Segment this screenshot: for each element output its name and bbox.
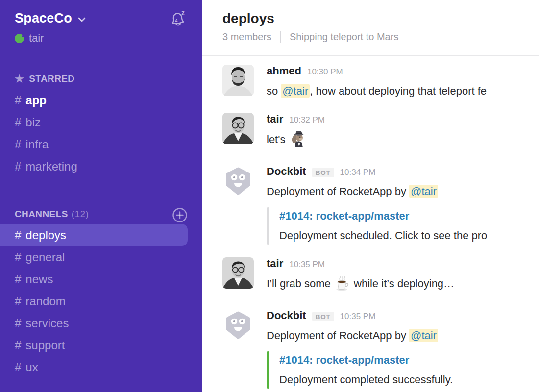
mention-tair[interactable]: @tair — [409, 329, 438, 342]
star-icon: ★ — [15, 73, 24, 85]
bot-badge: BOT — [312, 312, 334, 321]
channel-list: #deploys #general #news #random #service… — [0, 224, 202, 378]
message-timestamp[interactable]: 10:34 PM — [340, 168, 376, 177]
channel-hash: # — [15, 361, 21, 374]
deployment-attachment-completed: #1014: rocket-app/master Deployment comp… — [267, 351, 453, 389]
avatar-tair[interactable] — [222, 257, 254, 289]
page-title: deploys — [222, 11, 539, 26]
svg-text:z: z — [175, 17, 178, 23]
channel-hash: # — [15, 272, 21, 286]
deployment-attachment-scheduled: #1014: rocket-app/master Deployment sche… — [267, 207, 487, 245]
message-timestamp[interactable]: 10:35 PM — [289, 260, 325, 270]
workspace-name[interactable]: SpaceCo — [15, 11, 72, 26]
svg-text:z: z — [181, 9, 185, 17]
message-text: I’ll grab some while it’s deploying… — [267, 275, 454, 296]
sidebar-item-biz[interactable]: #biz — [0, 111, 202, 133]
message-content: tair 10:32 PM let's — [267, 113, 325, 152]
channel-hash: # — [15, 160, 21, 173]
channel-hash: # — [15, 339, 21, 352]
current-user-name: tair — [29, 32, 44, 45]
sidebar-item-app[interactable]: #app — [0, 89, 202, 111]
sidebar-item-support[interactable]: #support — [0, 334, 202, 356]
message-content: ahmed 10:30 PM so @tair, how about deplo… — [267, 65, 487, 100]
attachment-bar — [267, 207, 270, 245]
message-timestamp[interactable]: 10:32 PM — [289, 115, 325, 125]
main-content: deploys 3 members Shipping teleport to M… — [202, 0, 539, 392]
message-timestamp[interactable]: 10:35 PM — [340, 312, 376, 321]
starred-section-header: ★ STARRED — [0, 73, 202, 85]
message-username[interactable]: ahmed — [267, 65, 301, 77]
channel-hash: # — [15, 294, 21, 308]
message-tair-1032: tair 10:32 PM let's — [222, 113, 539, 152]
channel-hash: # — [15, 250, 21, 264]
channel-hash: # — [15, 317, 21, 330]
message-dockbit-1035: Dockbit BOT 10:35 PM Deployment of Rocke… — [222, 309, 539, 389]
coffee-emoji — [335, 276, 350, 296]
deployment-status-text: Deployment scheduled. Click to see the p… — [279, 227, 487, 245]
message-text: Deployment of RocketApp by @tair — [267, 327, 453, 344]
avatar-dockbit-bot[interactable] — [222, 165, 254, 196]
chevron-down-icon — [78, 16, 86, 24]
message-content: tair 10:35 PM I’ll grab some while it’s … — [267, 257, 454, 296]
message-username[interactable]: tair — [267, 257, 283, 270]
channels-section-header: CHANNELS (12) — [0, 209, 202, 220]
message-content: Dockbit BOT 10:35 PM Deployment of Rocke… — [267, 309, 453, 389]
avatar-ahmed[interactable] — [222, 65, 254, 96]
deployment-status-text: Deployment completed successfully. — [279, 371, 453, 389]
starred-title: STARRED — [29, 74, 74, 84]
avatar-tair[interactable] — [222, 113, 254, 144]
message-list: ahmed 10:30 PM so @tair, how about deplo… — [202, 56, 539, 389]
message-timestamp[interactable]: 10:30 PM — [307, 67, 343, 77]
message-username[interactable]: Dockbit — [267, 165, 306, 178]
bot-badge: BOT — [312, 168, 334, 177]
avatar-dockbit-bot[interactable] — [222, 309, 254, 341]
message-text: let's — [267, 130, 325, 152]
sidebar-item-marketing[interactable]: #marketing — [0, 155, 202, 177]
slack-app: SpaceCo z z tair ★ STARRED — [0, 0, 539, 392]
message-text: Deployment of RocketApp by @tair — [267, 183, 487, 200]
message-content: Dockbit BOT 10:34 PM Deployment of Rocke… — [267, 165, 487, 245]
deployment-link[interactable]: #1014: rocket-app/master — [279, 207, 487, 225]
sidebar-item-deploys[interactable]: #deploys — [0, 224, 188, 246]
message-text: so @tair, how about deploying that telep… — [267, 82, 487, 100]
mention-tair[interactable]: @tair — [281, 84, 310, 98]
sidebar-item-services[interactable]: #services — [0, 312, 202, 334]
attachment-bar — [267, 351, 270, 389]
deployment-link[interactable]: #1014: rocket-app/master — [279, 351, 453, 369]
sidebar: SpaceCo z z tair ★ STARRED — [0, 0, 202, 392]
message-username[interactable]: tair — [267, 113, 283, 125]
sidebar-item-random[interactable]: #random — [0, 290, 202, 312]
message-dockbit-1034: Dockbit BOT 10:34 PM Deployment of Rocke… — [222, 165, 539, 245]
channel-topic[interactable]: Shipping teleport to Mars — [290, 31, 398, 43]
starred-channel-list: #app #biz #infra #marketing — [0, 89, 202, 177]
channel-hash: # — [15, 228, 21, 242]
ship-it-squirrel-emoji — [290, 130, 306, 152]
channel-hash: # — [15, 138, 21, 151]
notifications-snooze-bell-icon[interactable]: z z — [168, 9, 187, 30]
message-ahmed-1030: ahmed 10:30 PM so @tair, how about deplo… — [222, 65, 539, 100]
channel-meta: 3 members Shipping teleport to Mars — [222, 31, 539, 43]
meta-divider — [280, 31, 281, 43]
channels-title: CHANNELS — [15, 209, 68, 220]
add-channel-icon[interactable] — [172, 207, 188, 226]
sidebar-item-general[interactable]: #general — [0, 246, 202, 268]
sidebar-item-ux[interactable]: #ux — [0, 356, 202, 378]
sidebar-item-news[interactable]: #news — [0, 268, 202, 290]
channel-header: deploys 3 members Shipping teleport to M… — [202, 0, 539, 56]
message-tair-1035: tair 10:35 PM I’ll grab some while it’s … — [222, 257, 539, 296]
channel-hash: # — [15, 94, 21, 107]
channel-hash: # — [15, 116, 21, 129]
channels-count: (12) — [72, 209, 89, 220]
sidebar-item-infra[interactable]: #infra — [0, 133, 202, 155]
mention-tair[interactable]: @tair — [409, 185, 438, 198]
members-count[interactable]: 3 members — [222, 31, 271, 43]
presence-snooze-icon — [15, 34, 24, 43]
message-username[interactable]: Dockbit — [267, 309, 306, 322]
workspace-header[interactable]: SpaceCo z z — [0, 0, 202, 26]
